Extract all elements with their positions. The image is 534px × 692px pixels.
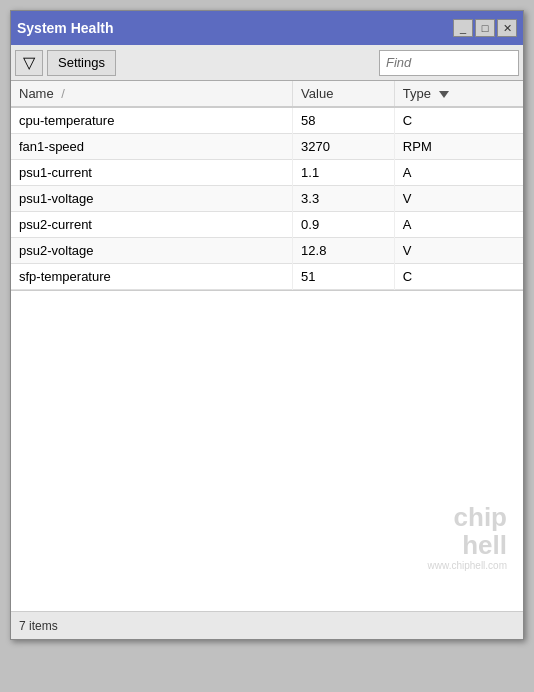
cell-type: V (394, 238, 523, 264)
minimize-button[interactable]: _ (453, 19, 473, 37)
find-input[interactable] (379, 50, 519, 76)
table-row: psu2-current 0.9 A (11, 212, 523, 238)
data-table: Name / Value Type cpu-temperature (11, 81, 523, 290)
sort-dropdown-arrow (439, 91, 449, 98)
window-body: Name / Value Type cpu-temperature (11, 81, 523, 611)
cell-name: fan1-speed (11, 134, 293, 160)
cell-type: A (394, 160, 523, 186)
cell-name: cpu-temperature (11, 107, 293, 134)
cell-value: 3.3 (293, 186, 395, 212)
cell-name: sfp-temperature (11, 264, 293, 290)
type-column-label: Type (403, 86, 431, 101)
column-header-name[interactable]: Name / (11, 81, 293, 107)
sort-slash: / (61, 86, 65, 101)
toolbar: ▽ Settings (11, 45, 523, 81)
cell-type: A (394, 212, 523, 238)
cell-value: 0.9 (293, 212, 395, 238)
cell-type: V (394, 186, 523, 212)
cell-value: 3270 (293, 134, 395, 160)
filter-button[interactable]: ▽ (15, 50, 43, 76)
table-row: fan1-speed 3270 RPM (11, 134, 523, 160)
cell-value: 51 (293, 264, 395, 290)
filter-icon: ▽ (23, 53, 35, 72)
column-header-type[interactable]: Type (394, 81, 523, 107)
cell-name: psu2-current (11, 212, 293, 238)
table-row: psu1-voltage 3.3 V (11, 186, 523, 212)
cell-type: RPM (394, 134, 523, 160)
window-controls: _ □ ✕ (453, 19, 517, 37)
settings-button[interactable]: Settings (47, 50, 116, 76)
value-column-label: Value (301, 86, 333, 101)
table-row: psu2-voltage 12.8 V (11, 238, 523, 264)
cell-value: 58 (293, 107, 395, 134)
main-window: System Health _ □ ✕ ▽ Settings Name / (10, 10, 524, 640)
status-bar: 7 items (11, 611, 523, 639)
cell-name: psu2-voltage (11, 238, 293, 264)
close-button[interactable]: ✕ (497, 19, 517, 37)
table-body: cpu-temperature 58 C fan1-speed 3270 RPM… (11, 107, 523, 290)
cell-type: C (394, 107, 523, 134)
column-header-value[interactable]: Value (293, 81, 395, 107)
cell-value: 12.8 (293, 238, 395, 264)
cell-type: C (394, 264, 523, 290)
cell-name: psu1-current (11, 160, 293, 186)
name-column-label: Name (19, 86, 54, 101)
table-row: sfp-temperature 51 C (11, 264, 523, 290)
table-row: cpu-temperature 58 C (11, 107, 523, 134)
items-count: 7 items (19, 619, 58, 633)
cell-name: psu1-voltage (11, 186, 293, 212)
window-title: System Health (17, 20, 113, 36)
cell-value: 1.1 (293, 160, 395, 186)
table-area: Name / Value Type cpu-temperature (11, 81, 523, 291)
table-header-row: Name / Value Type (11, 81, 523, 107)
table-row: psu1-current 1.1 A (11, 160, 523, 186)
title-bar: System Health _ □ ✕ (11, 11, 523, 45)
empty-content-area (11, 291, 523, 611)
restore-button[interactable]: □ (475, 19, 495, 37)
